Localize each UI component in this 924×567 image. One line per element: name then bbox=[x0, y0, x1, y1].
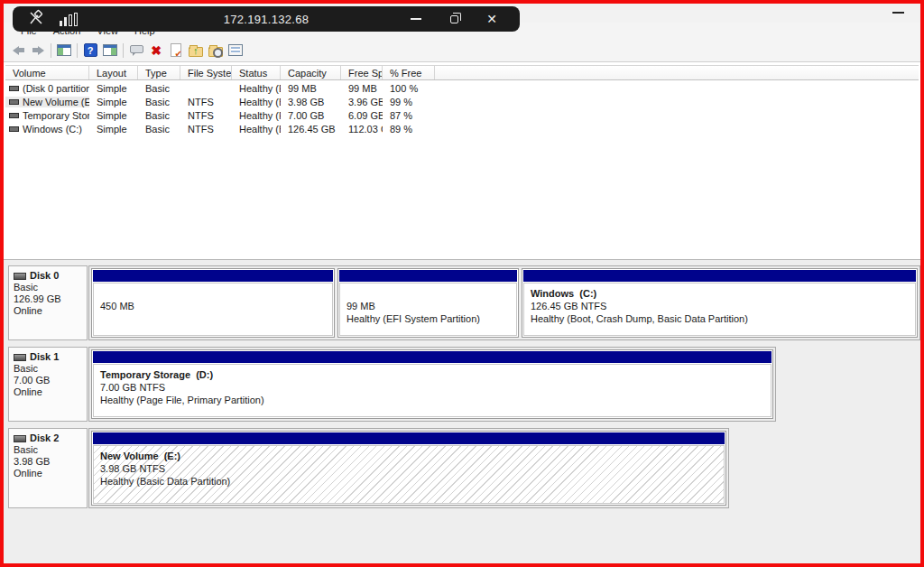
cell-type: Basic bbox=[138, 97, 180, 107]
cell-status: Healthy (P... bbox=[232, 110, 281, 121]
column-header-status[interactable]: Status bbox=[232, 66, 281, 79]
close-icon[interactable]: ✕ bbox=[473, 6, 511, 32]
partition-efi[interactable]: 99 MB Healthy (EFI System Partition) bbox=[337, 268, 519, 338]
primary-partition-bar bbox=[339, 270, 517, 282]
pin-slash-icon[interactable] bbox=[27, 9, 45, 29]
disk-0-partitions: 450 MB 99 MB Healthy (EFI System Partiti… bbox=[88, 265, 920, 340]
cell-file-system: NTFS bbox=[180, 124, 232, 135]
column-header-capacity[interactable]: Capacity bbox=[281, 66, 341, 79]
partition-status: Healthy (Basic Data Partition) bbox=[100, 475, 717, 488]
partition-status: Healthy (Boot, Crash Dump, Basic Data Pa… bbox=[531, 312, 909, 325]
cell-layout: Simple bbox=[89, 110, 138, 121]
cell-pct-free: 87 % bbox=[383, 110, 435, 121]
disk-type: Basic bbox=[14, 363, 82, 375]
explore-folder-icon[interactable] bbox=[206, 42, 226, 60]
volume-list-header: Volume Layout Type File System Status Ca… bbox=[5, 65, 919, 80]
column-header-type[interactable]: Type bbox=[138, 66, 180, 79]
column-header-pct-free[interactable]: % Free bbox=[383, 66, 435, 79]
primary-partition-bar bbox=[93, 432, 725, 444]
table-row-selected[interactable]: New Volume (E:) Simple Basic NTFS Health… bbox=[5, 95, 919, 108]
column-header-volume[interactable]: Volume bbox=[5, 66, 89, 79]
cell-capacity: 3.98 GB bbox=[281, 97, 341, 107]
disk-icon bbox=[14, 273, 26, 280]
toolbar-separator bbox=[77, 43, 78, 58]
properties-icon[interactable] bbox=[226, 42, 245, 60]
toolbar: ? ✖ bbox=[4, 39, 920, 62]
partition-temporary-storage-d[interactable]: Temporary Storage (D:) 7.00 GB NTFS Heal… bbox=[91, 349, 773, 419]
table-row[interactable]: Windows (C:) Simple Basic NTFS Healthy (… bbox=[5, 122, 919, 135]
help-icon[interactable]: ? bbox=[80, 42, 100, 60]
remote-address: 172.191.132.68 bbox=[224, 13, 310, 26]
disk-2-partitions: New Volume (E:) 3.98 GB NTFS Healthy (Ba… bbox=[88, 428, 729, 508]
minimize-icon[interactable] bbox=[397, 6, 435, 32]
column-header-file-system[interactable]: File System bbox=[180, 66, 232, 79]
cell-free-space: 6.09 GB bbox=[341, 110, 383, 121]
table-row[interactable]: Temporary Storag... Simple Basic NTFS He… bbox=[5, 108, 919, 122]
cell-free-space: 112.03 GB bbox=[341, 124, 383, 135]
volume-name: Temporary Storag... bbox=[19, 110, 89, 121]
table-row[interactable]: (Disk 0 partition 3) Simple Basic Health… bbox=[5, 81, 919, 95]
cell-status: Healthy (B... bbox=[232, 124, 281, 135]
partition-size: 126.45 GB NTFS bbox=[531, 300, 909, 312]
delete-volume-icon[interactable]: ✖ bbox=[146, 42, 166, 60]
disk-row-1: Disk 1 Basic 7.00 GB Online Temporary St… bbox=[8, 347, 776, 422]
volume-icon bbox=[9, 113, 19, 118]
partition-recovery[interactable]: 450 MB bbox=[91, 268, 335, 338]
disk-1-partitions: Temporary Storage (D:) 7.00 GB NTFS Heal… bbox=[88, 347, 776, 422]
disk-name: Disk 1 bbox=[30, 351, 59, 363]
disk-0-label[interactable]: Disk 0 Basic 126.99 GB Online bbox=[8, 265, 88, 340]
primary-partition-bar bbox=[523, 270, 916, 282]
console-tree-icon[interactable] bbox=[54, 42, 74, 60]
toolbar-separator bbox=[123, 43, 124, 58]
cell-file-system: NTFS bbox=[180, 110, 232, 121]
cell-layout: Simple bbox=[89, 97, 138, 107]
primary-partition-bar bbox=[93, 270, 333, 282]
cell-pct-free: 99 % bbox=[383, 97, 435, 107]
volume-icon bbox=[9, 126, 19, 132]
volume-name: (Disk 0 partition 3) bbox=[19, 83, 89, 94]
partition-status: Healthy (EFI System Partition) bbox=[346, 312, 510, 325]
cell-file-system: NTFS bbox=[180, 97, 232, 107]
partition-new-volume-e-selected[interactable]: New Volume (E:) 3.98 GB NTFS Healthy (Ba… bbox=[91, 431, 726, 506]
partition-title: New Volume (E:) bbox=[100, 450, 717, 462]
volume-icon bbox=[9, 99, 19, 105]
volume-name: New Volume (E:) bbox=[19, 97, 89, 107]
disk-icon bbox=[14, 435, 26, 442]
restore-icon[interactable] bbox=[435, 6, 473, 32]
partition-title bbox=[346, 287, 510, 300]
partition-size: 99 MB bbox=[346, 300, 510, 312]
disk-status: Online bbox=[14, 386, 82, 398]
cell-capacity: 126.45 GB bbox=[281, 124, 341, 135]
volume-rows: (Disk 0 partition 3) Simple Basic Health… bbox=[5, 81, 919, 135]
disk-status: Online bbox=[14, 305, 82, 317]
disk-status: Online bbox=[14, 468, 82, 479]
cell-pct-free: 100 % bbox=[383, 83, 435, 94]
cell-free-space: 99 MB bbox=[341, 83, 383, 94]
partition-windows-c[interactable]: Windows (C:) 126.45 GB NTFS Healthy (Boo… bbox=[522, 268, 918, 338]
forward-icon[interactable] bbox=[28, 42, 48, 60]
cell-type: Basic bbox=[138, 124, 180, 135]
disk-1-label[interactable]: Disk 1 Basic 7.00 GB Online bbox=[8, 347, 88, 422]
volume-icon bbox=[9, 86, 19, 91]
cell-type: Basic bbox=[138, 83, 180, 94]
dialog-icon[interactable] bbox=[126, 42, 146, 60]
minimize-icon[interactable] bbox=[892, 12, 904, 14]
cell-capacity: 7.00 GB bbox=[281, 110, 341, 121]
disk-size: 126.99 GB bbox=[14, 293, 82, 305]
remote-connection-bar[interactable]: 172.191.132.68 ✕ bbox=[13, 6, 520, 32]
disk-2-label[interactable]: Disk 2 Basic 3.98 GB Online bbox=[8, 428, 88, 508]
partition-size: 7.00 GB NTFS bbox=[100, 381, 764, 394]
volume-list-pane: Volume Layout Type File System Status Ca… bbox=[4, 62, 920, 259]
action-pane-icon[interactable] bbox=[100, 42, 120, 60]
column-header-layout[interactable]: Layout bbox=[89, 66, 138, 79]
cell-free-space: 3.96 GB bbox=[341, 97, 383, 107]
cell-capacity: 99 MB bbox=[281, 83, 341, 94]
column-header-free-space[interactable]: Free Spa... bbox=[341, 66, 383, 79]
disk-name: Disk 2 bbox=[30, 432, 59, 444]
partition-status bbox=[100, 312, 326, 325]
disk-graph-pane: Disk 0 Basic 126.99 GB Online 450 MB bbox=[4, 259, 920, 563]
signal-bars-icon[interactable] bbox=[60, 13, 78, 26]
open-folder-icon[interactable] bbox=[186, 42, 206, 60]
checklist-icon[interactable] bbox=[166, 42, 186, 60]
back-icon[interactable] bbox=[8, 42, 28, 60]
